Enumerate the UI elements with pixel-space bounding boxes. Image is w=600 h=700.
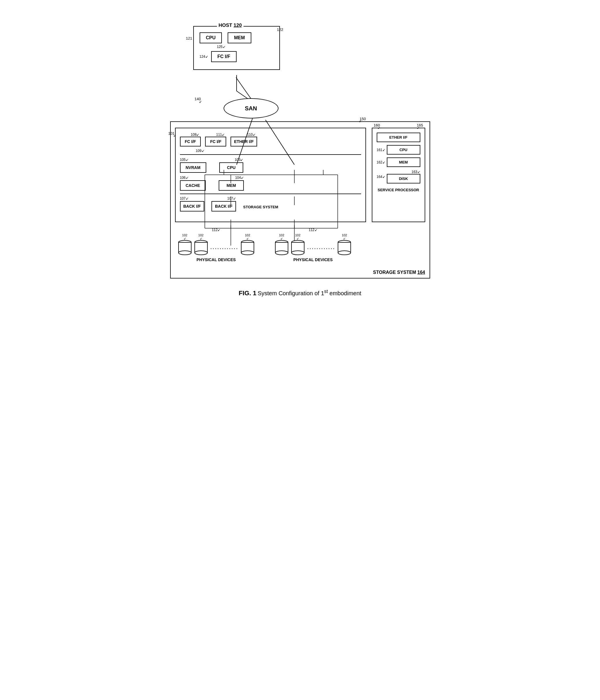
svg-line-19 [236,77,251,99]
host-mem-box: MEM [228,32,251,43]
ref-106: 106↙ [180,176,206,180]
sp-cpu-row: 161↙ CPU [377,145,420,154]
bus-line [180,154,361,155]
svg-point-37 [338,251,351,255]
storage-inner: 101 ↙ 108↙ FC I/F 111↙ FC I/F [175,128,425,222]
san-ellipse: SAN [224,98,278,119]
ref-111: 111↙ [216,133,225,136]
ctrl-cache-mem-row: 106↙ CACHE 104↙ MEM [180,176,361,191]
dots-right: ............ [307,243,335,255]
ref-121: 121 [186,36,192,41]
ref-150-arrow: ↙ [359,119,362,123]
storage-label-text: STORAGE SYSTEM [373,270,416,275]
storage-box: 150 ↙ 101 ↙ 108↙ FC I/F 111↙ [170,121,430,278]
ref-107a: 107↙ [180,196,204,200]
phys-disk-6: 102 ↙ [338,233,351,255]
bus-line-bottom [180,194,361,194]
phys-devices-left: 112↙ 102 ↙ 102 ↙ [178,228,254,262]
back-if-row: 107↙ BACK I/F 107↙ BACK I/F STORAGE SYST… [180,196,361,211]
mem-group: 104↙ MEM [219,176,244,191]
host-fcif-row: 124↙ FC I/F [200,51,274,62]
sp-disk-row: 164↙ 163↙ DISK [377,170,420,183]
disk-icon-1 [178,240,192,255]
cache-group: 106↙ CACHE [180,176,206,191]
cpu-group: 103↙ CPU [219,158,244,173]
ctrl-top-row: 108↙ FC I/F 111↙ FC I/F 110↙ ETHER I/F [180,133,361,147]
ref-162: 162↙ [377,160,385,165]
svg-point-34 [292,251,304,255]
sp-cpu: CPU [387,145,420,154]
service-processor-label: SERVICE PROCESSOR [377,188,420,192]
ctrl-middle-row: 105↙ NVRAM 103↙ CPU [180,158,361,173]
ctrl-ether-if: ETHER I/F [230,136,257,147]
ctrl-fcif-right: FC I/F [205,136,226,147]
svg-point-28 [241,251,254,255]
phys-disk-2: 102 ↙ [194,233,208,255]
diagram-container: 121 122 HOST 120 CPU MEM 125↙ 124↙ [170,9,430,297]
phys-disk-5: 102 ↙ [291,233,305,255]
controller-label: STORAGE SYSTEM [243,205,278,211]
ref-102-3: 102 [245,233,250,237]
ref-101-arrow: ↙ [173,133,176,138]
ref-163: 163↙ [411,170,420,174]
phys-label-right: PHYSICAL DEVICES [294,257,333,262]
ref-160-arrow: ↙ [378,126,380,130]
ctrl-nvram: NVRAM [180,162,206,173]
back-if-left-group: 107↙ BACK I/F [180,196,204,211]
host-text: HOST [219,23,232,28]
disk-icon-6 [338,240,351,255]
sp-mem: MEM [387,157,420,167]
top-section: 121 122 HOST 120 CPU MEM 125↙ 124↙ [170,9,430,130]
ref-102-2: 102 [198,233,203,237]
ref-124: 124↙ [200,55,208,59]
ref-112b: 112↙ [309,228,318,232]
phys-label-left: PHYSICAL DEVICES [196,257,236,262]
phys-disks-left: 102 ↙ 102 ↙ [178,233,254,255]
ref-107b: 107↙ [227,196,236,200]
host-ref: 120 [233,23,242,28]
host-label: HOST 120 [217,23,244,28]
ref-112a: 112↙ [212,228,220,232]
disk-icon-5 [291,240,305,255]
host-box: HOST 120 CPU MEM 125↙ 124↙ FC I/F [193,26,280,70]
ctrl-backif-right: BACK I/F [211,201,236,211]
ref-102-4: 102 [279,233,284,237]
phys-disk-1: 102 ↙ [178,233,192,255]
host-cpu-mem-row: CPU MEM [200,32,274,43]
ref-103: 103↙ [234,158,243,162]
ref-105: 105↙ [180,158,206,162]
svg-point-22 [178,251,191,255]
ref-102-1: 102 [182,233,187,237]
ref-102-5: 102 [295,233,300,237]
ref-164: 164↙ [377,175,385,179]
controller-box: 101 ↙ 108↙ FC I/F 111↙ FC I/F [175,128,366,222]
disk-icon-3 [241,240,254,255]
ref-125: 125↙ [217,45,274,49]
ctrl-cpu: CPU [219,162,244,173]
sp-mem-row: 162↙ MEM [377,157,420,167]
service-processor-box: 160 ↙ 165 ↙ ETHER I/F 161↙ CPU 162↙ MEM [372,128,425,222]
ref-140-arrow: ↙ [199,100,202,104]
svg-point-25 [195,251,207,255]
sp-disk: DISK [387,174,420,183]
nvram-group: 105↙ NVRAM [180,158,206,173]
back-if-right-group: 107↙ BACK I/F [211,196,236,211]
ref-110: 110↙ [247,133,256,136]
host-cpu-box: CPU [200,32,222,43]
host-fcif-box: FC I/F [211,51,236,62]
ref-108: 108↙ [191,133,199,136]
ctrl-mem: MEM [219,180,244,191]
svg-point-31 [275,251,288,255]
phys-disk-4: 102 ↙ [275,233,289,255]
ctrl-backif-left: BACK I/F [180,201,204,211]
ref-165-arrow: ↙ [417,126,420,130]
phys-disks-right: 102 ↙ 102 ↙ [275,233,351,255]
storage-system-label: STORAGE SYSTEM 164 [373,270,425,275]
ref-102-6: 102 [342,233,347,237]
ref-104: 104↙ [235,176,244,180]
ref-161: 161↙ [377,148,385,152]
ctrl-cache: CACHE [180,180,206,191]
disk-icon-2 [194,240,208,255]
phys-disk-3: 102 ↙ [241,233,254,255]
physical-devices-section: 112↙ 102 ↙ 102 ↙ [175,228,425,262]
